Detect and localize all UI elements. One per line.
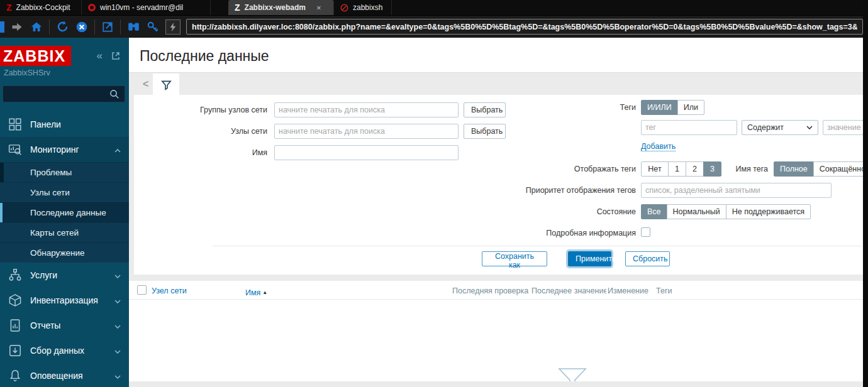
tag-operator-select[interactable]: Содержит [742,120,818,135]
sort-asc-icon: ▲ [262,290,267,295]
show-tags-3-button[interactable]: 3 [703,161,721,177]
chevron-down-icon [114,346,121,356]
state-not-supported-button[interactable]: Не поддерживается [726,204,811,219]
tag-priority-input[interactable] [641,183,832,198]
tab-title: Zabbixx-Cockpit [16,3,70,12]
details-checkbox[interactable] [641,227,650,237]
tag-value-input[interactable] [823,120,868,135]
tab-close-icon[interactable]: × [316,3,321,13]
reset-button[interactable]: Сбросить [625,251,670,266]
column-header-name[interactable]: Имя▲ [245,286,267,298]
sidebar-item-monitoring[interactable]: Мониторинг [0,137,129,162]
sidebar-search-input[interactable] [3,85,125,102]
filter-tab[interactable] [153,74,179,96]
find-binoculars-icon[interactable] [126,20,140,34]
column-header-last-check: Последняя проверка [452,286,530,295]
tag-operator-value: Содержит [747,123,784,132]
scroll-left-icon[interactable]: < [143,79,148,90]
collapse-sidebar-icon[interactable]: « [97,52,103,63]
hosts-input[interactable] [274,124,459,139]
url-bar[interactable] [186,19,863,35]
name-input[interactable] [274,145,459,160]
browser-tab-cockpit[interactable]: Z Zabbixx-Cockpit [0,0,82,15]
chevron-down-icon [114,295,121,305]
filter-form: Группы узлов сети Выбрать Узлы сети Выбр… [134,95,868,275]
sidebar-item-reports[interactable]: Отчеты [0,313,129,338]
name-label: Имя [134,145,267,160]
browser-tab-win10vm[interactable]: win10vm - servadmr@dil [82,0,211,15]
column-header-tags: Теги [656,286,672,295]
sidebar-item-latest-data[interactable]: Последние данные [0,202,129,222]
sidebar-item-dashboards[interactable]: Панели [0,112,129,137]
hosts-select-button[interactable]: Выбрать [464,124,506,139]
tag-name-short-button[interactable]: Сокращённое [813,161,868,177]
state-all-button[interactable]: Все [641,204,667,219]
tags-operator-segment: И/ИЛИ Или [641,100,704,115]
tags-or-button[interactable]: Или [677,100,704,115]
tag-name-full-button[interactable]: Полное [774,161,814,177]
sidebar-item-data-collection[interactable]: Сбор данных [0,338,129,363]
select-all-checkbox[interactable] [137,285,147,295]
browser-tab-zabbixsh[interactable]: zabbixsh [334,0,392,15]
show-tags-none-button[interactable]: Нет [641,161,669,177]
filter-tabstrip: < [129,72,868,95]
page-header: Последние данные [129,38,868,72]
sidebar-item-maps[interactable]: Карты сетей [0,222,129,243]
column-header-last-value: Последнее значение [531,286,606,295]
submenu-label: Узлы сети [30,188,70,197]
tag-name-format-segment: Полное Сокращённое [774,161,868,177]
chevron-down-icon [114,270,121,280]
details-label: Подробная информация [411,226,636,241]
tag-name-input[interactable] [641,120,737,135]
save-as-button[interactable]: Сохранить как [482,251,547,266]
monitoring-icon [8,143,22,156]
tab-title: Zabbixx-webadm [245,3,306,12]
submenu-label: Обнаружение [30,248,85,258]
home-icon[interactable] [30,20,43,34]
sidebar-item-inventory[interactable]: Инвентаризация [0,288,129,313]
tab-title: zabbixsh [353,3,382,12]
add-tag-link[interactable]: Добавить [641,142,676,151]
host-groups-input[interactable] [274,102,459,117]
forward-icon[interactable] [10,20,24,34]
tag-priority-label: Приоритет отображения тегов [411,183,636,198]
zabbix-logo[interactable]: ZABBIX [0,46,71,66]
undock-sidebar-icon[interactable] [111,52,120,63]
sidebar-item-hosts[interactable]: Узлы сети [0,182,129,202]
apply-button[interactable]: Применить [568,251,611,266]
filter-separator [213,246,862,246]
sidebar-item-label: Услуги [30,270,106,280]
state-normal-button[interactable]: Нормальный [667,204,726,219]
sidebar-item-label: Оповещения [30,371,106,381]
show-tags-2-button[interactable]: 2 [686,161,704,177]
monitoring-submenu: Проблемы Узлы сети Последние данные Карт… [0,162,129,263]
sidebar-item-discovery[interactable]: Обнаружение [0,243,129,263]
page-title: Последние данные [140,48,868,65]
host-groups-label: Группы узлов сети [134,102,267,117]
passwords-key-icon[interactable] [146,20,160,34]
sidebar-item-services[interactable]: Услуги [0,263,129,288]
services-icon [8,268,22,282]
stop-icon[interactable] [75,20,89,34]
column-header-host[interactable]: Узел сети [152,286,187,295]
show-tags-1-button[interactable]: 1 [668,161,686,177]
filter-funnel-icon [161,80,172,90]
submenu-label: Последние данные [30,208,106,217]
back-button-icon[interactable] [0,21,4,33]
browser-tab-bar: Z Zabbixx-Cockpit win10vm - servadmr@dil… [0,0,868,15]
sidebar-item-alerts[interactable]: Оповещения [0,363,129,387]
submenu-label: Карты сетей [30,228,79,237]
sidebar-item-problems[interactable]: Проблемы [0,162,129,182]
lightning-icon[interactable] [165,19,181,35]
browser-toolbar [0,15,868,38]
vm-red-circle-icon [88,4,96,11]
sidebar-menu: Панели Мониторинг Проблемы Узлы сети Пос… [0,112,129,387]
dashboards-icon [8,117,22,131]
column-header-change: Изменение [608,286,648,295]
tags-and-or-button[interactable]: И/ИЛИ [641,100,678,115]
open-new-window-icon[interactable] [101,20,114,34]
reload-icon[interactable] [55,20,69,34]
host-groups-select-button[interactable]: Выбрать [464,102,506,117]
state-segment: Все Нормальный Не поддерживается [641,204,811,219]
browser-tab-zabbix-webadm[interactable]: Z Zabbixx-webadm × [228,0,334,15]
